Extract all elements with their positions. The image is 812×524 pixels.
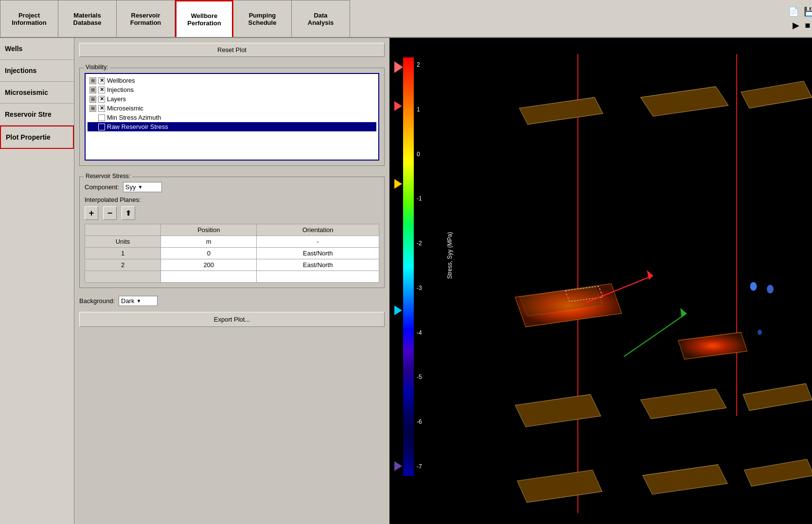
checkbox-injections[interactable]: ✕ — [98, 87, 105, 93]
background-row: Background: Dark ▼ — [79, 296, 385, 306]
row1-id: 1 — [85, 248, 161, 259]
3d-view[interactable]: 2 1 0 -1 -2 -3 -4 -5 -6 -7 Stress, Syy (… — [389, 38, 812, 524]
planes-table: Position Orientation Units m - 1 0 — [85, 224, 379, 283]
3d-scene — [436, 38, 812, 524]
export-plot-button[interactable]: Export Plot... — [79, 312, 385, 327]
svg-marker-10 — [640, 389, 726, 419]
y-axis-labels: 2 1 0 -1 -2 -3 -4 -5 -6 -7 — [417, 61, 422, 470]
stop-button[interactable]: ■ — [805, 20, 811, 30]
visibility-item-raw-reservoir-stress[interactable]: Raw Reservoir Stress — [88, 122, 376, 131]
visibility-item-layers[interactable]: ⊞ ✕ Layers — [88, 94, 376, 104]
sidebar-item-reservoir-stre[interactable]: Reservoir Stre — [0, 104, 74, 126]
tab-wellbore-perforation[interactable]: Wellbore Perforation — [175, 0, 233, 37]
y-tick-1: 1 — [417, 106, 422, 113]
arrow-purple — [394, 461, 402, 471]
reservoir-stress-label: Reservoir Stress: — [84, 173, 132, 180]
main-layout: Wells Injections Microseismic Reservoir … — [0, 38, 812, 524]
arrow-cyan — [394, 306, 402, 315]
background-select[interactable]: Dark ▼ — [119, 296, 158, 306]
y-tick-neg6: -6 — [417, 418, 422, 425]
row1-position[interactable]: 0 — [161, 248, 257, 259]
reset-plot-button[interactable]: Reset Plot — [79, 43, 385, 57]
y-tick-0: 0 — [417, 151, 422, 158]
y-tick-neg4: -4 — [417, 329, 422, 336]
expand-icon-microseismic[interactable]: ⊞ — [89, 105, 96, 112]
interpolated-toolbar: + − ⬆ — [85, 206, 379, 220]
sidebar-item-wells[interactable]: Wells — [0, 38, 74, 60]
expand-icon-layers[interactable]: ⊞ — [89, 96, 96, 103]
component-dropdown-arrow: ▼ — [138, 184, 143, 190]
row2-id: 2 — [85, 259, 161, 271]
visibility-label: Visibility: — [84, 64, 110, 71]
tab-pumping-schedule[interactable]: Pumping Schedule — [233, 0, 292, 37]
visibility-item-injections[interactable]: ⊞ ✕ Injections — [88, 85, 376, 94]
checkbox-layers[interactable]: ✕ — [98, 96, 105, 103]
row2-orientation: East/North — [257, 259, 379, 271]
remove-plane-button[interactable]: − — [103, 206, 117, 220]
svg-point-15 — [750, 282, 757, 291]
table-empty-row — [85, 271, 379, 283]
units-position: m — [161, 236, 257, 248]
svg-marker-11 — [743, 383, 812, 411]
add-plane-button[interactable]: + — [85, 206, 98, 220]
table-header-orientation: Orientation — [257, 224, 379, 236]
planes-table-container: Position Orientation Units m - 1 0 — [85, 224, 379, 283]
svg-marker-9 — [515, 395, 600, 427]
table-row[interactable]: 2 200 East/North — [85, 259, 379, 271]
tab-project-information[interactable]: Project Information — [0, 0, 58, 37]
tab-reservoir-formation[interactable]: Reservoir Formation — [117, 0, 175, 37]
table-row[interactable]: 1 0 East/North — [85, 248, 379, 259]
checkbox-wellbores[interactable]: ✕ — [98, 77, 105, 84]
svg-marker-4 — [741, 81, 812, 108]
component-label: Component: — [85, 183, 119, 191]
expand-icon-wellbores[interactable]: ⊞ — [89, 77, 96, 84]
sidebar: Wells Injections Microseismic Reservoir … — [0, 38, 74, 524]
visibility-group: Visibility: ⊞ ✕ Wellbores ⊞ ✕ Injections… — [79, 68, 385, 166]
visibility-item-wellbores[interactable]: ⊞ ✕ Wellbores — [88, 76, 376, 85]
y-tick-neg1: -1 — [417, 195, 422, 202]
tab-bar: Project Information Materials Database R… — [0, 0, 812, 38]
arrow-second-red — [394, 101, 402, 111]
table-header-position: Position — [161, 224, 257, 236]
checkbox-raw-stress[interactable] — [98, 124, 105, 130]
arrow-yellow — [394, 179, 402, 189]
table-header-id — [85, 224, 161, 236]
tab-materials-database[interactable]: Materials Database — [58, 0, 117, 37]
save-button[interactable]: 💾 — [804, 7, 812, 17]
color-scale-bar — [403, 57, 414, 476]
svg-point-16 — [767, 285, 774, 293]
component-select[interactable]: Syy ▼ — [123, 182, 162, 192]
interpolated-planes-label: Interpolated Planes: — [85, 196, 379, 203]
svg-marker-13 — [643, 465, 728, 494]
visibility-list[interactable]: ⊞ ✕ Wellbores ⊞ ✕ Injections ⊞ ✕ Layers — [85, 73, 379, 161]
units-orientation: - — [257, 236, 379, 248]
table-units-row: Units m - — [85, 236, 379, 248]
component-row: Component: Syy ▼ — [85, 182, 379, 192]
toolbar-buttons: 📄 💾 ▶ ■ — [791, 0, 812, 37]
new-doc-button[interactable]: 📄 — [789, 7, 798, 17]
checkbox-microseismic[interactable]: ✕ — [98, 105, 105, 112]
svg-marker-12 — [517, 470, 602, 503]
tab-data-analysis[interactable]: Data Analysis — [292, 0, 350, 37]
arrow-top-red — [394, 61, 403, 73]
svg-marker-14 — [744, 459, 812, 487]
y-tick-neg2: -2 — [417, 240, 422, 247]
y-tick-neg3: -3 — [417, 285, 422, 291]
reservoir-stress-group: Reservoir Stress: Component: Syy ▼ Inter… — [79, 177, 385, 288]
y-tick-neg5: -5 — [417, 374, 422, 380]
sidebar-item-injections[interactable]: Injections — [0, 60, 74, 82]
upload-plane-button[interactable]: ⬆ — [122, 206, 135, 220]
row2-position[interactable]: 200 — [161, 259, 257, 271]
play-button[interactable]: ▶ — [793, 20, 799, 30]
svg-line-20 — [624, 313, 687, 357]
svg-marker-2 — [519, 97, 603, 125]
svg-marker-19 — [647, 270, 653, 280]
svg-marker-21 — [680, 308, 687, 318]
visibility-item-microseismic[interactable]: ⊞ ✕ Microseismic — [88, 104, 376, 113]
sidebar-item-plot-properties[interactable]: Plot Propertie — [0, 126, 74, 149]
row1-orientation: East/North — [257, 248, 379, 259]
expand-icon-injections[interactable]: ⊞ — [89, 87, 96, 93]
sidebar-item-microseismic[interactable]: Microseismic — [0, 82, 74, 104]
visibility-item-min-stress-azimuth[interactable]: Min Stress Azimuth — [88, 113, 376, 122]
checkbox-min-stress[interactable] — [98, 114, 105, 121]
